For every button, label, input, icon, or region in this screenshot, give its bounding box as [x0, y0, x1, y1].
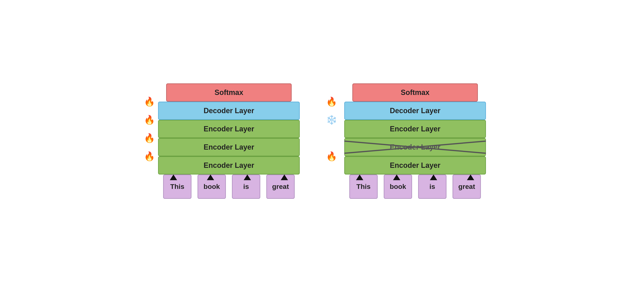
softmax-layer-left: Softmax: [166, 84, 292, 102]
enc2-label-left: Encoder Layer: [204, 143, 254, 152]
flame-icon-enc2: 🔥: [144, 133, 155, 143]
encoder-layer-3-right: Encoder Layer: [344, 120, 486, 138]
token-this-left: This: [163, 174, 192, 199]
encoder-layer-1-right: Encoder Layer: [344, 156, 486, 174]
encoder-layer-1-left: Encoder Layer: [158, 156, 300, 174]
diagram-right: Softmax 🔥 Decoder Layer ❄️ Encoder Layer: [344, 84, 486, 199]
token-great-label-right: great: [458, 182, 475, 190]
token-is-label-left: is: [243, 182, 249, 190]
token-this-label-right: This: [356, 182, 370, 190]
decoder-layer-right: Decoder Layer: [344, 102, 486, 120]
tokens-right: This book is great: [349, 174, 481, 199]
softmax-label-right: Softmax: [401, 88, 430, 97]
encoder-layer-2-right: Encoder Layer: [344, 138, 486, 156]
decoder-label-right: Decoder Layer: [390, 106, 440, 115]
enc2-label-right: Encoder Layer: [390, 143, 440, 152]
diagrams-container: Softmax 🔥 Decoder Layer 🔥 Encoder Layer: [142, 71, 502, 211]
token-this-right: This: [349, 174, 378, 199]
token-great-label-left: great: [272, 182, 289, 190]
snowflake-icon-right: ❄️: [326, 114, 337, 125]
encoder-layer-2-left: Encoder Layer: [158, 138, 300, 156]
flame-icon-decoder-right: 🔥: [326, 96, 337, 107]
enc3-label-left: Encoder Layer: [204, 125, 254, 133]
enc1-label-left: Encoder Layer: [204, 161, 254, 170]
softmax-label-left: Softmax: [214, 88, 243, 97]
enc3-label-right: Encoder Layer: [390, 125, 440, 133]
token-book-label-left: book: [204, 182, 220, 190]
token-is-label-right: is: [430, 182, 435, 190]
flame-icon-enc3: 🔥: [144, 114, 155, 125]
diagram-left: Softmax 🔥 Decoder Layer 🔥 Encoder Layer: [158, 84, 300, 199]
token-this-label-left: This: [170, 182, 184, 190]
encoder-layer-2-right-crossed: Encoder Layer: [344, 138, 486, 156]
enc1-label-right: Encoder Layer: [390, 161, 440, 170]
softmax-layer-right: Softmax: [352, 84, 478, 102]
flame-icon-enc1: 🔥: [144, 151, 155, 162]
encoder-layer-3-left: Encoder Layer: [158, 120, 300, 138]
decoder-label-left: Decoder Layer: [204, 106, 254, 115]
flame-icon-decoder: 🔥: [144, 96, 155, 107]
flame-icon-enc1-right: 🔥: [326, 151, 337, 162]
tokens-left: This book is great: [163, 174, 295, 199]
decoder-layer-left: Decoder Layer: [158, 102, 300, 120]
token-book-label-right: book: [390, 182, 406, 190]
